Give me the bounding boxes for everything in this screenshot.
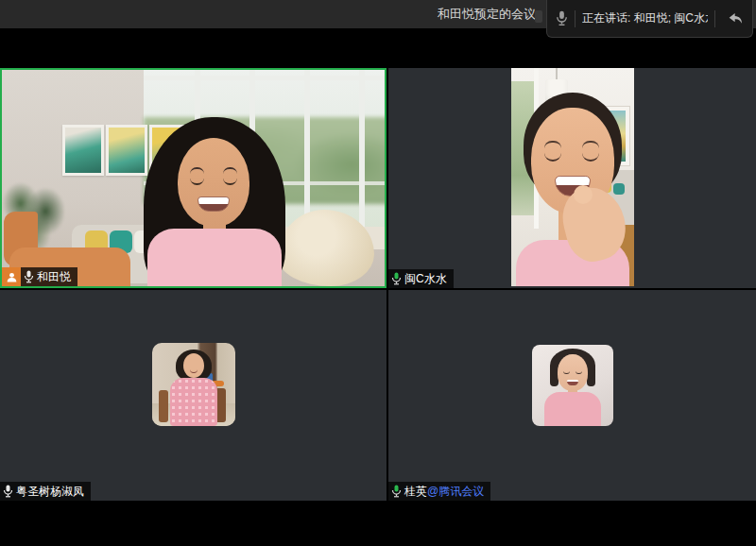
participant-name: 桂英 xyxy=(404,484,427,500)
participant-grid: 和田悦 xyxy=(0,68,756,501)
participant-2-video xyxy=(511,68,634,286)
divider xyxy=(714,10,715,27)
mic-speaking-icon xyxy=(391,272,402,285)
name-chip: 和田悦 xyxy=(21,267,77,286)
titlebar-mini-icon xyxy=(535,10,542,23)
mic-speaking-icon xyxy=(391,485,402,498)
person-badge-icon xyxy=(2,267,21,286)
participant-3-avatar xyxy=(152,343,235,426)
name-chip: 桂英@腾讯会议 xyxy=(388,482,490,501)
participant-tile-1[interactable]: 和田悦 xyxy=(0,68,387,288)
name-chip: 闽C水水 xyxy=(388,269,454,288)
participant-tile-2[interactable]: 闽C水水 xyxy=(388,68,756,288)
participant-name: 粤圣树杨淑凤 xyxy=(16,484,84,500)
mic-on-icon xyxy=(24,270,34,283)
participant-name-suffix: @腾讯会议 xyxy=(427,484,484,500)
mic-on-icon xyxy=(3,485,13,498)
reply-arrow-icon[interactable] xyxy=(729,12,744,26)
name-chip: 粤圣树杨淑凤 xyxy=(0,482,91,501)
wall-art xyxy=(62,125,104,176)
participant-tile-3[interactable]: 粤圣树杨淑凤 xyxy=(0,290,387,501)
wall-art xyxy=(106,125,147,176)
participant-tile-4[interactable]: 桂英@腾讯会议 xyxy=(388,290,756,501)
speaking-indicator-panel[interactable]: 正在讲话: 和田悦; 闽C水水... xyxy=(546,0,753,38)
participant-4-avatar xyxy=(532,345,613,426)
divider xyxy=(575,10,576,27)
meeting-title: 和田悦预定的会议 xyxy=(438,0,536,28)
microphone-icon xyxy=(556,10,568,26)
participant-name: 闽C水水 xyxy=(404,271,447,287)
participant-name: 和田悦 xyxy=(37,269,71,285)
speaking-now-label: 正在讲话: 和田悦; 闽C水水... xyxy=(582,10,708,26)
